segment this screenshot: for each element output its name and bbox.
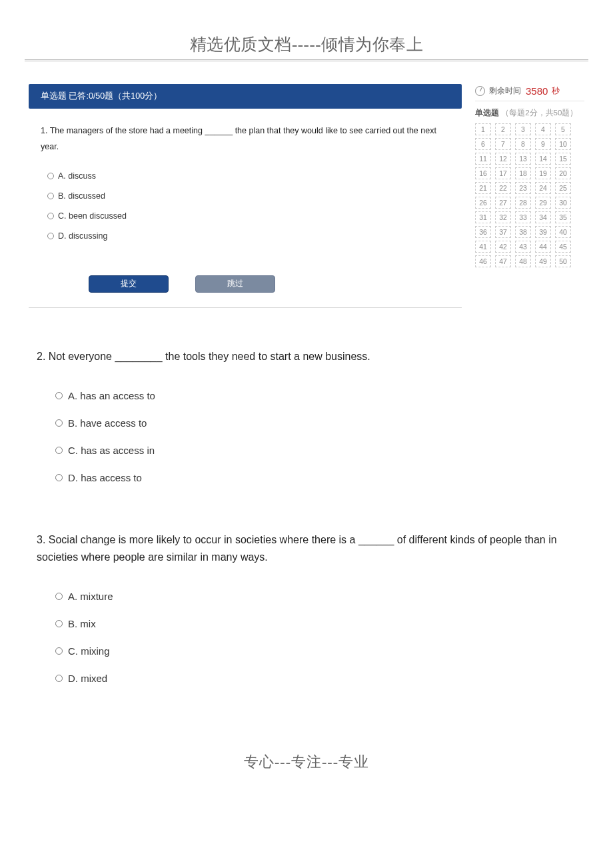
question-nav-cell[interactable]: 16 — [475, 167, 491, 179]
timer-row: 剩余时间 3580秒 — [475, 85, 584, 101]
question-nav-cell[interactable]: 44 — [535, 241, 551, 253]
question-nav-cell[interactable]: 26 — [475, 197, 491, 209]
question-nav-cell[interactable]: 34 — [535, 211, 551, 223]
choice-label: C. has as access in — [68, 445, 155, 456]
radio-icon — [47, 173, 54, 179]
question-nav-cell[interactable]: 17 — [495, 167, 511, 179]
submit-button[interactable]: 提交 — [89, 275, 169, 293]
question-nav-cell[interactable]: 25 — [555, 182, 571, 194]
question-2-choice-b[interactable]: B. have access to — [37, 409, 576, 437]
question-nav-cell[interactable]: 31 — [475, 211, 491, 223]
question-1-choice-c[interactable]: C. been discussed — [29, 206, 462, 226]
radio-icon — [55, 647, 63, 655]
question-1-choice-a[interactable]: A. discuss — [29, 166, 462, 186]
question-nav-cell[interactable]: 36 — [475, 226, 491, 238]
question-nav-cell[interactable]: 35 — [555, 211, 571, 223]
question-nav-cell[interactable]: 8 — [515, 138, 531, 150]
action-button-row: 提交 跳过 — [89, 275, 462, 293]
question-3-stem: 3. Social change is more likely to occur… — [37, 531, 576, 565]
question-nav-cell[interactable]: 3 — [515, 123, 531, 135]
question-nav-cell[interactable]: 28 — [515, 197, 531, 209]
question-nav-cell[interactable]: 38 — [515, 226, 531, 238]
page-container: 精选优质文档-----倾情为你奉上 单选题 已答:0/50题（共100分） 1.… — [0, 0, 613, 792]
question-3: 3. Social change is more likely to occur… — [37, 531, 576, 692]
question-nav-cell[interactable]: 42 — [495, 241, 511, 253]
radio-icon — [55, 593, 63, 600]
question-nav-cell[interactable]: 30 — [555, 197, 571, 209]
question-nav-cell[interactable]: 5 — [555, 123, 571, 135]
question-nav-cell[interactable]: 4 — [535, 123, 551, 135]
question-nav-cell[interactable]: 14 — [535, 153, 551, 165]
page-header-title: 精选优质文档-----倾情为你奉上 — [23, 33, 590, 55]
question-3-choice-c[interactable]: C. mixing — [37, 637, 576, 665]
timer-label: 剩余时间 — [489, 85, 521, 97]
question-nav-cell[interactable]: 10 — [555, 138, 571, 150]
question-nav-cell[interactable]: 40 — [555, 226, 571, 238]
choice-label: B. discussed — [58, 191, 105, 201]
question-1-stem: 1. The managers of the store had a meeti… — [29, 123, 462, 155]
question-nav-cell[interactable]: 18 — [515, 167, 531, 179]
skip-button[interactable]: 跳过 — [195, 275, 275, 293]
question-nav-cell[interactable]: 39 — [535, 226, 551, 238]
page-footer-text: 专心---专注---专业 — [23, 752, 590, 772]
clock-icon — [475, 86, 485, 96]
timer-unit: 秒 — [552, 85, 560, 97]
question-3-choice-a[interactable]: A. mixture — [37, 583, 576, 610]
radio-icon — [47, 213, 54, 219]
question-nav-cell[interactable]: 1 — [475, 123, 491, 135]
radio-icon — [55, 447, 63, 454]
question-nav-cell[interactable]: 48 — [515, 255, 531, 267]
question-nav-cell[interactable]: 50 — [555, 255, 571, 267]
question-nav-cell[interactable]: 2 — [495, 123, 511, 135]
question-nav-cell[interactable]: 24 — [535, 182, 551, 194]
choice-label: D. discussing — [58, 231, 107, 241]
question-nav-cell[interactable]: 23 — [515, 182, 531, 194]
question-1-choice-d[interactable]: D. discussing — [29, 226, 462, 246]
question-nav-cell[interactable]: 47 — [495, 255, 511, 267]
choice-label: B. mix — [68, 618, 96, 629]
question-nav-cell[interactable]: 29 — [535, 197, 551, 209]
choice-label: C. been discussed — [58, 211, 127, 221]
radio-icon — [55, 392, 63, 399]
question-nav-cell[interactable]: 45 — [555, 241, 571, 253]
exam-left-pane: 单选题 已答:0/50题（共100分） 1. The managers of t… — [29, 84, 462, 308]
question-nav-cell[interactable]: 46 — [475, 255, 491, 267]
question-nav-cell[interactable]: 33 — [515, 211, 531, 223]
question-nav-cell[interactable]: 6 — [475, 138, 491, 150]
question-2: 2. Not everyone ________ the tools they … — [37, 348, 576, 492]
nav-section-meta: （每题2分，共50题） — [501, 109, 578, 117]
question-nav-cell[interactable]: 12 — [495, 153, 511, 165]
question-nav-cell[interactable]: 32 — [495, 211, 511, 223]
question-2-choice-c[interactable]: C. has as access in — [37, 437, 576, 464]
exam-panel: 单选题 已答:0/50题（共100分） 1. The managers of t… — [29, 84, 584, 308]
question-2-choice-d[interactable]: D. has access to — [37, 464, 576, 491]
question-nav-cell[interactable]: 49 — [535, 255, 551, 267]
question-nav-cell[interactable]: 19 — [535, 167, 551, 179]
question-nav-cell[interactable]: 37 — [495, 226, 511, 238]
question-nav-cell[interactable]: 22 — [495, 182, 511, 194]
question-nav-cell[interactable]: 41 — [475, 241, 491, 253]
question-nav-cell[interactable]: 7 — [495, 138, 511, 150]
nav-section-label: 单选题 （每题2分，共50题） — [475, 108, 584, 118]
radio-icon — [55, 675, 63, 682]
radio-icon — [55, 620, 63, 627]
question-3-choice-b[interactable]: B. mix — [37, 610, 576, 637]
nav-section-name: 单选题 — [475, 109, 499, 117]
question-nav-cell[interactable]: 15 — [555, 153, 571, 165]
question-nav-cell[interactable]: 9 — [535, 138, 551, 150]
question-nav-cell[interactable]: 21 — [475, 182, 491, 194]
choice-label: C. mixing — [68, 645, 110, 657]
question-nav-cell[interactable]: 11 — [475, 153, 491, 165]
question-1-choice-b[interactable]: B. discussed — [29, 186, 462, 206]
choice-label: D. mixed — [68, 673, 107, 684]
question-3-choice-d[interactable]: D. mixed — [37, 665, 576, 692]
choice-label: A. discuss — [58, 171, 96, 181]
section-header-bar: 单选题 已答:0/50题（共100分） — [29, 84, 462, 109]
question-nav-cell[interactable]: 43 — [515, 241, 531, 253]
question-2-choice-a[interactable]: A. has an access to — [37, 382, 576, 409]
radio-icon — [47, 233, 54, 239]
question-nav-cell[interactable]: 13 — [515, 153, 531, 165]
question-nav-cell[interactable]: 27 — [495, 197, 511, 209]
choice-label: D. has access to — [68, 472, 142, 483]
question-nav-cell[interactable]: 20 — [555, 167, 571, 179]
